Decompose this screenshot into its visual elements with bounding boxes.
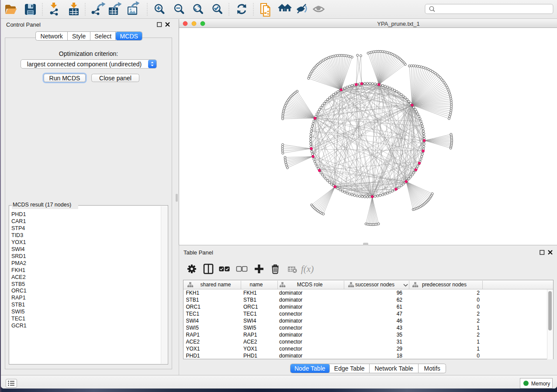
svg-text:f(x): f(x) [301,264,314,274]
